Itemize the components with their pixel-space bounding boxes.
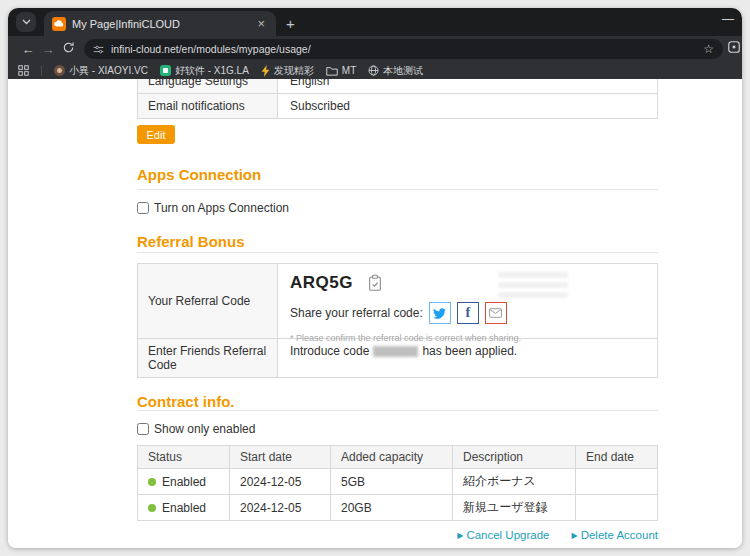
link-label: Delete Account (581, 529, 658, 541)
infinicloud-favicon-icon (52, 17, 66, 31)
setting-label: Email notifications (138, 94, 278, 118)
divider (137, 252, 658, 253)
tab-title: My Page|InfiniCLOUD (72, 18, 248, 30)
apps-connection-heading: Apps Connection (137, 166, 658, 183)
share-twitter-icon[interactable] (429, 302, 451, 324)
end-date-cell (576, 469, 657, 494)
chevron-down-icon (22, 19, 31, 25)
bookmark-faxianjingcai[interactable]: 发现精彩 (261, 64, 314, 78)
setting-label: Language Settings (138, 79, 278, 93)
capacity-cell: 20GB (331, 495, 453, 520)
status-enabled-icon (148, 504, 156, 512)
start-date-cell: 2024-12-05 (230, 469, 331, 494)
end-date-cell (576, 495, 657, 520)
url-text[interactable]: infini-cloud.net/en/modules/mypage/usage… (111, 43, 696, 55)
tab-search-button[interactable] (16, 12, 36, 32)
settings-table: Language Settings English Email notifica… (137, 79, 658, 119)
bookmark-label: 小異 - XIAOYI.VC (69, 64, 148, 78)
show-only-enabled-checkbox[interactable] (137, 423, 149, 435)
column-header: End date (576, 446, 657, 468)
friends-code-value: Introduce codehas been applied. (278, 339, 657, 377)
friends-code-text: has been applied. (422, 344, 517, 358)
table-row: Enabled 2024-12-05 20GB 新規ユーザ登録 (138, 495, 657, 520)
edit-button[interactable]: Edit (137, 125, 175, 144)
referral-bonus-heading: Referral Bonus (137, 233, 658, 250)
apps-connection-checkbox[interactable] (137, 202, 149, 214)
globe-icon (368, 65, 379, 76)
table-row: Enter Friends Referral Code Introduce co… (138, 339, 657, 377)
referral-code-label: Your Referral Code (138, 264, 278, 338)
referral-table: Your Referral Code ARQ5G Share your refe… (137, 263, 658, 378)
share-email-icon[interactable] (485, 302, 507, 324)
description-cell: 紹介ボーナス (453, 469, 576, 494)
browser-tab[interactable]: My Page|InfiniCLOUD × (44, 11, 276, 36)
url-bar[interactable]: infini-cloud.net/en/modules/mypage/usage… (84, 39, 723, 59)
status-text: Enabled (162, 475, 206, 489)
status-text: Enabled (162, 501, 206, 515)
checkbox-label: Turn on Apps Connection (154, 201, 289, 215)
extensions-icon[interactable] (727, 40, 741, 58)
bookmark-label: 好软件 - X1G.LA (175, 64, 249, 78)
setting-value: English (278, 79, 657, 93)
start-date-cell: 2024-12-05 (230, 495, 331, 520)
spark-icon (261, 65, 270, 77)
status-cell: Enabled (138, 495, 230, 520)
checkbox-label: Show only enabled (154, 422, 255, 436)
bookmark-label: 本地测试 (383, 64, 423, 78)
description-cell: 新規ユーザ登録 (453, 495, 576, 520)
referral-code-value: ARQ5G (290, 273, 353, 293)
bookmarks-bar: 小異 - XIAOYI.VC 好软件 - X1G.LA 发现精彩 MT 本地测试 (8, 62, 742, 79)
status-cell: Enabled (138, 469, 230, 494)
bookmark-bendiceshi[interactable]: 本地测试 (368, 64, 423, 78)
redacted-code (373, 346, 418, 357)
share-facebook-icon[interactable]: f (457, 302, 479, 324)
bookmark-label: 发现精彩 (274, 64, 314, 78)
apps-grid-icon[interactable] (18, 65, 29, 76)
contract-info-heading: Contract info. (137, 393, 658, 410)
footer-links: ▶Cancel Upgrade ▶Delete Account (137, 529, 658, 541)
bookmark-mt-folder[interactable]: MT (326, 65, 356, 76)
bookmarks-separator (41, 66, 42, 76)
table-row: Language Settings English (138, 79, 657, 94)
link-label: Cancel Upgrade (466, 529, 549, 541)
tab-close-icon[interactable]: × (254, 16, 268, 31)
copy-clipboard-icon[interactable] (367, 274, 383, 292)
new-tab-button[interactable]: + (286, 16, 295, 31)
site-settings-icon[interactable] (93, 44, 104, 55)
friends-code-label: Enter Friends Referral Code (138, 339, 278, 377)
bookmark-x1g[interactable]: 好软件 - X1G.LA (160, 64, 249, 78)
show-only-enabled-toggle: Show only enabled (137, 422, 658, 436)
divider (137, 410, 658, 411)
cancel-upgrade-link[interactable]: ▶Cancel Upgrade (457, 529, 549, 541)
contract-table: Status Start date Added capacity Descrip… (137, 445, 658, 521)
table-row: Your Referral Code ARQ5G Share your refe… (138, 264, 657, 339)
column-header: Description (453, 446, 576, 468)
browser-toolbar: ← → infini-cloud.net/en/modules/mypage/u… (8, 36, 742, 62)
capacity-cell: 5GB (331, 469, 453, 494)
forward-icon[interactable]: → (38, 42, 58, 57)
back-icon[interactable]: ← (18, 42, 38, 57)
table-row: Email notifications Subscribed (138, 94, 657, 118)
status-enabled-icon (148, 478, 156, 486)
arrow-right-icon: ▶ (571, 531, 577, 540)
share-label: Share your referral code: (290, 306, 423, 320)
referral-note: * Please confirm the referral code is co… (290, 333, 645, 343)
setting-value: Subscribed (278, 94, 657, 118)
window-minimize-icon[interactable]: — (722, 12, 734, 36)
column-header: Added capacity (331, 446, 453, 468)
reload-icon[interactable] (58, 41, 78, 57)
watermark (498, 272, 568, 302)
bookmark-label: MT (342, 65, 356, 76)
column-header: Status (138, 446, 230, 468)
divider (137, 189, 658, 190)
table-header-row: Status Start date Added capacity Descrip… (138, 446, 657, 469)
bookmark-xiaoyi[interactable]: 小異 - XIAOYI.VC (54, 64, 148, 78)
column-header: Start date (230, 446, 331, 468)
delete-account-link[interactable]: ▶Delete Account (571, 529, 658, 541)
browser-window: My Page|InfiniCLOUD × + — ← → infini-clo… (8, 8, 742, 548)
bookmark-star-icon[interactable]: ☆ (703, 42, 714, 56)
avatar-icon (54, 65, 65, 76)
tab-strip: My Page|InfiniCLOUD × + — (8, 8, 742, 36)
friends-code-text: Introduce code (290, 344, 369, 358)
folder-icon (326, 66, 338, 76)
